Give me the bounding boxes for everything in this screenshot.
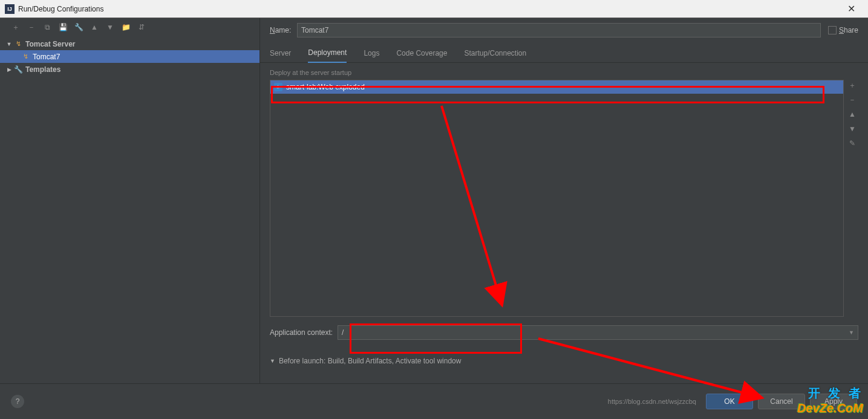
chevron-down-icon[interactable]: ▼ bbox=[849, 330, 854, 336]
up-icon[interactable]: ▲ bbox=[847, 109, 857, 120]
expand-arrow-icon[interactable]: ▼ bbox=[5, 41, 13, 47]
help-button[interactable]: ? bbox=[11, 395, 24, 408]
share-label: Share bbox=[839, 26, 858, 34]
app-icon: IJ bbox=[5, 4, 15, 14]
tree-tomcat-server[interactable]: ▼ ↯ Tomcat Server bbox=[0, 37, 259, 50]
name-input[interactable] bbox=[297, 23, 821, 37]
context-value: / bbox=[342, 328, 344, 337]
remove-icon[interactable]: － bbox=[847, 94, 857, 105]
tab-startup-connection[interactable]: Startup/Connection bbox=[464, 44, 526, 63]
application-context-row: Application context: / ▼ bbox=[270, 325, 858, 340]
expand-arrow-icon[interactable]: ▶ bbox=[5, 67, 13, 73]
tree-label: Tomcat Server bbox=[25, 40, 75, 48]
application-context-combo[interactable]: / ▼ bbox=[338, 325, 858, 340]
edit-icon[interactable]: ✎ bbox=[847, 138, 857, 149]
tab-server[interactable]: Server bbox=[270, 44, 291, 63]
folder-icon[interactable]: 📁 bbox=[121, 22, 131, 32]
expand-arrow-icon[interactable]: ▼ bbox=[270, 358, 275, 364]
tab-deployment[interactable]: Deployment bbox=[308, 44, 347, 63]
tab-code-coverage[interactable]: Code Coverage bbox=[396, 44, 447, 63]
deploy-side-toolbar: ＋ － ▲ ▼ ✎ bbox=[846, 80, 858, 317]
main-area: ＋ － ⧉ 💾 🔧 ▲ ▼ 📁 ⇵ ▼ ↯ Tomcat Server ↯ To… bbox=[0, 18, 868, 383]
tomcat-icon: ↯ bbox=[21, 52, 30, 62]
ok-button[interactable]: OK bbox=[706, 394, 753, 409]
deploy-item[interactable]: ✶ smart-lab:Web exploded bbox=[270, 80, 843, 94]
tree-label: Templates bbox=[25, 65, 60, 74]
remove-icon[interactable]: － bbox=[27, 22, 36, 32]
footer-url: https://blog.csdn.net/wsjzzcbq bbox=[608, 398, 696, 405]
tree-label: Tomcat7 bbox=[33, 53, 60, 61]
cancel-button[interactable]: Cancel bbox=[758, 394, 805, 409]
deploy-section-label: Deploy at the server startup bbox=[260, 63, 868, 80]
window-title: Run/Debug Configurations bbox=[18, 5, 839, 13]
settings-icon[interactable]: 🔧 bbox=[74, 22, 83, 32]
down-icon[interactable]: ▼ bbox=[847, 123, 857, 134]
apply-button[interactable]: Apply bbox=[810, 394, 857, 409]
up-icon[interactable]: ▲ bbox=[90, 22, 99, 32]
artifact-icon: ✶ bbox=[274, 83, 282, 91]
context-label: Application context: bbox=[270, 328, 333, 337]
before-launch-label: Before launch: Build, Build Artifacts, A… bbox=[279, 357, 462, 365]
tree-tomcat7[interactable]: ↯ Tomcat7 bbox=[0, 50, 259, 63]
deploy-area: ✶ smart-lab:Web exploded ＋ － ▲ ▼ ✎ bbox=[270, 80, 858, 317]
deploy-item-label: smart-lab:Web exploded bbox=[286, 83, 365, 91]
collapse-icon[interactable]: ⇵ bbox=[137, 22, 146, 32]
add-icon[interactable]: ＋ bbox=[847, 80, 857, 91]
tree-templates[interactable]: ▶ 🔧 Templates bbox=[0, 63, 259, 76]
close-button[interactable]: ✕ bbox=[839, 0, 863, 18]
config-tree: ▼ ↯ Tomcat Server ↯ Tomcat7 ▶ 🔧 Template… bbox=[0, 36, 259, 383]
add-icon[interactable]: ＋ bbox=[11, 22, 21, 32]
save-icon[interactable]: 💾 bbox=[58, 22, 68, 32]
share-checkbox[interactable]: Share bbox=[828, 26, 858, 34]
tabs: Server Deployment Logs Code Coverage Sta… bbox=[260, 44, 868, 63]
tab-logs[interactable]: Logs bbox=[364, 44, 379, 63]
deploy-list[interactable]: ✶ smart-lab:Web exploded bbox=[270, 80, 844, 317]
bottom-bar: ? https://blog.csdn.net/wsjzzcbq OK Canc… bbox=[0, 383, 868, 419]
title-bar: IJ Run/Debug Configurations ✕ bbox=[0, 0, 868, 18]
copy-icon[interactable]: ⧉ bbox=[42, 22, 52, 32]
name-label: Name: bbox=[270, 26, 297, 34]
tomcat-icon: ↯ bbox=[13, 39, 23, 49]
bottom-right: https://blog.csdn.net/wsjzzcbq OK Cancel… bbox=[608, 394, 857, 409]
wrench-icon: 🔧 bbox=[13, 65, 23, 74]
sidebar: ＋ － ⧉ 💾 🔧 ▲ ▼ 📁 ⇵ ▼ ↯ Tomcat Server ↯ To… bbox=[0, 18, 260, 383]
down-icon[interactable]: ▼ bbox=[105, 22, 115, 32]
name-row: Name: Share bbox=[260, 18, 868, 41]
content-panel: Name: Share Server Deployment Logs Code … bbox=[260, 18, 868, 383]
before-launch-section[interactable]: ▼ Before launch: Build, Build Artifacts,… bbox=[270, 357, 858, 365]
sidebar-toolbar: ＋ － ⧉ 💾 🔧 ▲ ▼ 📁 ⇵ bbox=[0, 18, 259, 36]
checkbox-icon[interactable] bbox=[828, 26, 837, 34]
